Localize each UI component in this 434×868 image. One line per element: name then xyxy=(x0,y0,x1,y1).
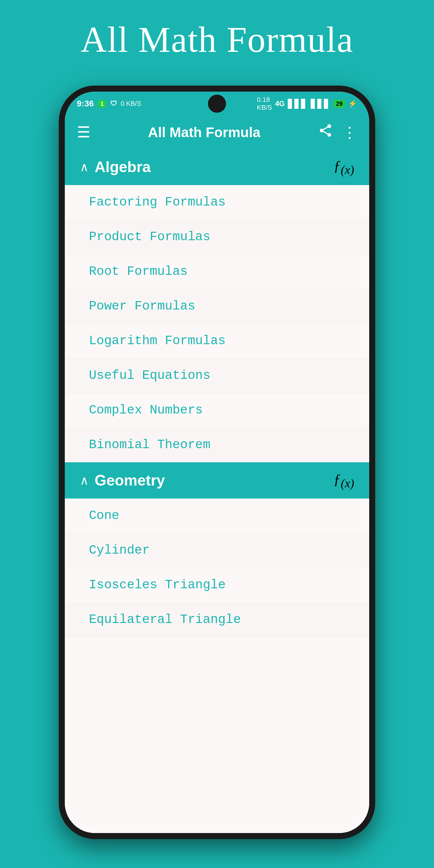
network-type: 4G xyxy=(275,99,285,108)
app-bar: ☰ All Math Formula ⋮ xyxy=(65,116,369,149)
algebra-fx-icon: ƒ(x) xyxy=(334,157,354,177)
list-item[interactable]: Complex Numbers xyxy=(65,393,369,428)
data-speed: 0 KB/S xyxy=(121,100,141,107)
list-item[interactable]: Useful Equations xyxy=(65,358,369,393)
item-label: Cylinder xyxy=(89,543,150,558)
algebra-items: Factoring Formulas Product Formulas Root… xyxy=(65,185,369,462)
list-item[interactable]: Power Formulas xyxy=(65,289,369,324)
geometry-fx-icon: ƒ(x) xyxy=(334,471,354,490)
list-item[interactable]: Root Formulas xyxy=(65,254,369,289)
list-item[interactable]: Isosceles Triangle xyxy=(65,568,369,602)
list-item[interactable]: Equilateral Triangle xyxy=(65,602,369,637)
item-label: Logarithm Formulas xyxy=(89,334,226,348)
phone-screen: 9:36 1 🛡 0 KB/S 0.18KB/S 4G ▋▋▋ ▋▋▋ 29 ⚡… xyxy=(65,92,369,833)
data-indicator: 🛡 xyxy=(110,100,117,107)
item-label: Power Formulas xyxy=(89,299,195,313)
list-item[interactable]: Cone xyxy=(65,498,369,533)
app-bar-title: All Math Formula xyxy=(99,124,309,141)
content-area[interactable]: ∧ Algebra ƒ(x) Factoring Formulas Produc… xyxy=(65,149,369,833)
data-speed-right: 0.18KB/S xyxy=(257,96,272,112)
item-label: Binomial Theorem xyxy=(89,438,210,452)
battery-indicator: 29 xyxy=(334,100,345,108)
list-item[interactable]: Factoring Formulas xyxy=(65,185,369,220)
item-label: Cone xyxy=(89,508,119,523)
list-item[interactable]: Binomial Theorem xyxy=(65,428,369,462)
app-title: All Math Formula xyxy=(81,18,353,61)
item-label: Root Formulas xyxy=(89,264,188,279)
status-bar: 9:36 1 🛡 0 KB/S 0.18KB/S 4G ▋▋▋ ▋▋▋ 29 ⚡ xyxy=(65,92,369,116)
share-button[interactable] xyxy=(318,123,333,142)
item-label: Complex Numbers xyxy=(89,403,203,417)
item-label: Product Formulas xyxy=(89,230,210,244)
item-label: Isosceles Triangle xyxy=(89,578,226,592)
list-item[interactable]: Product Formulas xyxy=(65,220,369,254)
algebra-title: Algebra xyxy=(95,158,328,176)
algebra-section-header[interactable]: ∧ Algebra ƒ(x) xyxy=(65,149,369,185)
item-label: Useful Equations xyxy=(89,368,210,383)
geometry-section-header[interactable]: ∧ Geometry ƒ(x) xyxy=(65,462,369,498)
signal-bars-2: ▋▋▋ xyxy=(311,99,331,109)
status-right: 0.18KB/S 4G ▋▋▋ ▋▋▋ 29 ⚡ xyxy=(257,96,357,112)
more-options-button[interactable]: ⋮ xyxy=(342,124,357,141)
camera-notch xyxy=(208,95,226,113)
item-label: Equilateral Triangle xyxy=(89,613,241,627)
menu-button[interactable]: ☰ xyxy=(77,124,90,141)
charging-icon: ⚡ xyxy=(348,99,357,108)
list-item[interactable]: Cylinder xyxy=(65,533,369,568)
status-left: 9:36 1 🛡 0 KB/S xyxy=(77,99,141,108)
geometry-collapse-icon[interactable]: ∧ xyxy=(80,473,89,487)
geometry-title: Geometry xyxy=(95,472,328,489)
algebra-collapse-icon[interactable]: ∧ xyxy=(80,160,89,174)
list-item[interactable]: Logarithm Formulas xyxy=(65,324,369,358)
phone-frame: 9:36 1 🛡 0 KB/S 0.18KB/S 4G ▋▋▋ ▋▋▋ 29 ⚡… xyxy=(59,86,375,839)
signal-bars: ▋▋▋ xyxy=(288,99,308,109)
item-label: Factoring Formulas xyxy=(89,195,226,210)
geometry-items: Cone Cylinder Isosceles Triangle Equilat… xyxy=(65,498,369,637)
wifi-badge: 1 xyxy=(97,100,107,108)
time-display: 9:36 xyxy=(77,99,94,108)
